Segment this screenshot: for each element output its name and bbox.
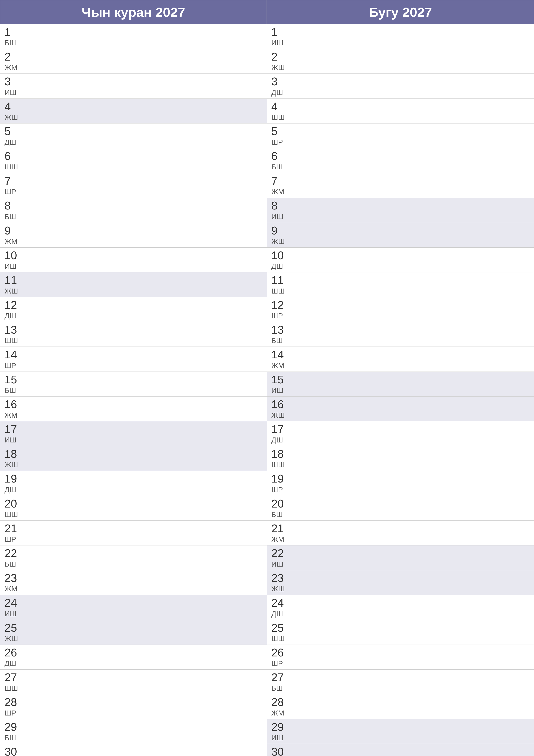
day-label: БШ — [5, 386, 263, 394]
left-day-cell: 10ИШ — [0, 248, 267, 272]
right-day-cell: 19ШР — [267, 471, 534, 496]
day-row: 9ЖМ9ЖШ — [0, 223, 534, 247]
day-number: 8 — [271, 200, 529, 212]
day-number: 4 — [271, 100, 529, 113]
day-number: 15 — [271, 373, 529, 386]
day-label: ИШ — [271, 560, 529, 568]
day-label: ЖШ — [5, 634, 263, 643]
left-day-cell: 1БШ — [0, 24, 267, 49]
right-day-cell: 12ШР — [267, 297, 534, 322]
day-number: 9 — [271, 225, 529, 237]
day-label: ШШ — [5, 337, 263, 345]
day-number: 19 — [271, 472, 529, 485]
left-day-cell: 16ЖМ — [0, 396, 267, 421]
day-number: 1 — [5, 26, 263, 38]
right-day-cell: 18ШШ — [267, 446, 534, 471]
left-day-cell: 8БШ — [0, 198, 267, 222]
day-number: 30 — [5, 746, 263, 756]
day-number: 24 — [5, 597, 263, 609]
left-month-header: Чын куран 2027 — [0, 0, 267, 24]
left-day-cell: 25ЖШ — [0, 620, 267, 645]
day-number: 1 — [271, 26, 529, 38]
left-day-cell: 21ШР — [0, 521, 267, 545]
day-number: 13 — [271, 324, 529, 336]
day-label: ЖШ — [5, 287, 263, 295]
day-label: ИШ — [5, 436, 263, 444]
day-label: ШШ — [271, 461, 529, 469]
day-label: ЖМ — [271, 709, 529, 717]
day-number: 25 — [5, 622, 263, 634]
right-day-cell: 11ШШ — [267, 272, 534, 297]
left-day-cell: 22БШ — [0, 546, 267, 570]
day-row: 2ЖМ2ЖШ — [0, 49, 534, 73]
day-row: 26ДШ26ШР — [0, 645, 534, 669]
day-row: 12ДШ12ШР — [0, 297, 534, 322]
right-day-cell: 29ИШ — [267, 719, 534, 744]
header-row: Чын куран 2027 Бугу 2027 — [0, 0, 534, 24]
day-label: БШ — [5, 734, 263, 742]
day-row: 15БШ15ИШ — [0, 371, 534, 396]
day-number: 15 — [5, 373, 263, 386]
right-day-cell: 8ИШ — [267, 198, 534, 222]
right-day-cell: 30ЖШ — [267, 744, 534, 756]
day-number: 16 — [271, 398, 529, 411]
day-label: ШР — [5, 535, 263, 544]
day-row: 16ЖМ16ЖШ — [0, 396, 534, 421]
day-number: 2 — [5, 51, 263, 63]
day-row: 3ИШ3ДШ — [0, 73, 534, 98]
right-day-cell: 26ШР — [267, 645, 534, 669]
day-label: ШР — [271, 311, 529, 320]
day-label: ШР — [5, 362, 263, 370]
day-label: БШ — [5, 560, 263, 568]
day-row: 8БШ8ИШ — [0, 198, 534, 222]
day-row: 14ШР14ЖМ — [0, 346, 534, 371]
left-day-cell: 4ЖШ — [0, 99, 267, 123]
day-number: 27 — [271, 671, 529, 684]
right-day-cell: 27БШ — [267, 670, 534, 694]
day-number: 10 — [271, 249, 529, 262]
day-row: 29БШ29ИШ — [0, 719, 534, 744]
day-number: 3 — [5, 75, 263, 88]
right-day-cell: 7ЖМ — [267, 173, 534, 198]
day-label: ЖШ — [271, 585, 529, 593]
right-day-cell: 16ЖШ — [267, 396, 534, 421]
day-number: 2 — [271, 51, 529, 63]
day-number: 21 — [271, 523, 529, 535]
day-label: ЖШ — [271, 411, 529, 419]
day-number: 14 — [5, 348, 263, 361]
day-label: БШ — [5, 39, 263, 47]
left-day-cell: 19ДШ — [0, 471, 267, 496]
day-label: ШР — [271, 486, 529, 494]
day-label: ЖШ — [5, 113, 263, 122]
day-label: ДШ — [5, 486, 263, 494]
left-day-cell: 9ЖМ — [0, 223, 267, 247]
right-day-cell: 4ШШ — [267, 99, 534, 123]
days-grid: 1БШ1ИШ2ЖМ2ЖШ3ИШ3ДШ4ЖШ4ШШ5ДШ5ШР6ШШ6БШ7ШР7… — [0, 24, 534, 756]
left-day-cell: 5ДШ — [0, 123, 267, 148]
day-number: 12 — [271, 299, 529, 311]
right-day-cell: 2ЖШ — [267, 49, 534, 73]
day-number: 14 — [271, 348, 529, 361]
day-label: ЖМ — [271, 535, 529, 544]
right-day-cell: 13БШ — [267, 322, 534, 346]
right-day-cell: 6БШ — [267, 148, 534, 173]
day-row: 19ДШ19ШР — [0, 471, 534, 496]
day-number: 11 — [5, 274, 263, 286]
day-label: ДШ — [5, 659, 263, 668]
day-row: 28ШР28ЖМ — [0, 694, 534, 719]
left-day-cell: 7ШР — [0, 173, 267, 198]
day-label: ДШ — [271, 88, 529, 97]
day-row: 11ЖШ11ШШ — [0, 272, 534, 297]
left-day-cell: 3ИШ — [0, 74, 267, 98]
day-row: 7ШР7ЖМ — [0, 173, 534, 198]
day-row: 23ЖМ23ЖШ — [0, 570, 534, 595]
day-number: 13 — [5, 324, 263, 336]
left-day-cell: 29БШ — [0, 719, 267, 744]
left-day-cell: 12ДШ — [0, 297, 267, 322]
day-label: ДШ — [271, 436, 529, 444]
day-number: 24 — [271, 597, 529, 609]
day-number: 23 — [5, 572, 263, 584]
day-row: 10ИШ10ДШ — [0, 247, 534, 272]
right-day-cell: 15ИШ — [267, 372, 534, 396]
day-row: 13ШШ13БШ — [0, 322, 534, 346]
